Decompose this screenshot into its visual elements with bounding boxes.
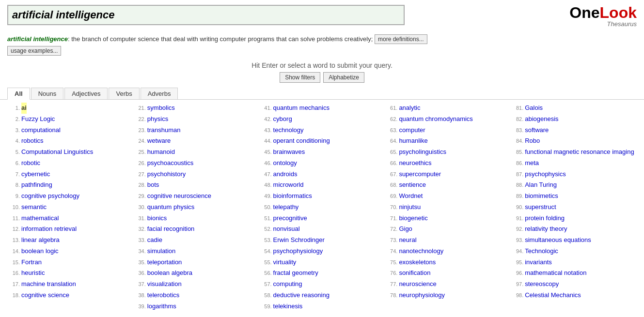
result-word[interactable]: robotic <box>21 158 40 169</box>
result-word[interactable]: neural <box>399 235 416 246</box>
result-word[interactable]: quantum mechanics <box>273 103 330 114</box>
result-word[interactable]: computational <box>21 125 61 136</box>
result-word[interactable]: exoskeletons <box>399 257 436 268</box>
result-word[interactable]: biogenetic <box>399 213 427 224</box>
result-word[interactable]: boolean algebra <box>147 268 192 279</box>
result-word[interactable]: neuroethics <box>399 158 431 169</box>
result-word[interactable]: fractal geometry <box>273 268 318 279</box>
result-word[interactable]: functional magnetic resonance imaging <box>525 147 634 158</box>
result-word[interactable]: bioinformatics <box>273 191 312 202</box>
result-word[interactable]: Galois <box>525 103 543 114</box>
result-word[interactable]: neuroscience <box>399 279 436 290</box>
result-word[interactable]: linear algebra <box>21 235 60 246</box>
alphabetize-button[interactable]: Alphabetize <box>323 72 364 83</box>
result-word[interactable]: precognitive <box>273 213 307 224</box>
result-word[interactable]: robotics <box>21 136 44 147</box>
result-word[interactable]: ai <box>21 103 27 114</box>
tab-adverbs[interactable]: Adverbs <box>141 88 178 99</box>
result-word[interactable]: computing <box>273 279 302 290</box>
result-word[interactable]: nanotechnology <box>399 246 443 257</box>
tab-all[interactable]: All <box>7 88 30 100</box>
result-word[interactable]: Alan Turing <box>525 180 557 191</box>
result-word[interactable]: mathematical <box>21 213 59 224</box>
result-word[interactable]: cognitive science <box>21 290 69 301</box>
result-word[interactable]: Wordnet <box>399 191 423 202</box>
result-word[interactable]: psycholinguistics <box>399 147 446 158</box>
result-word[interactable]: microworld <box>273 180 304 191</box>
result-word[interactable]: symbolics <box>147 103 175 114</box>
result-word[interactable]: psychohistory <box>147 169 186 180</box>
more-definitions-button[interactable]: more definitions... <box>375 34 427 44</box>
result-word[interactable]: boolean logic <box>21 246 59 257</box>
result-word[interactable]: simultaneous equations <box>525 235 591 246</box>
result-word[interactable]: transhuman <box>147 125 181 136</box>
result-word[interactable]: abiogenesis <box>525 114 558 125</box>
result-word[interactable]: wetware <box>147 136 171 147</box>
result-word[interactable]: bots <box>147 180 159 191</box>
result-word[interactable]: psychophysics <box>525 169 566 180</box>
result-word[interactable]: Robo <box>525 136 540 147</box>
result-word[interactable]: telerobotics <box>147 290 179 301</box>
result-word[interactable]: neurophysiology <box>399 290 445 301</box>
result-word[interactable]: teleportation <box>147 257 182 268</box>
show-filters-button[interactable]: Show filters <box>280 72 320 83</box>
result-word[interactable]: machine translation <box>21 279 76 290</box>
result-word[interactable]: biomimetics <box>525 191 558 202</box>
result-word[interactable]: bionics <box>147 213 167 224</box>
result-word[interactable]: stereoscopy <box>525 279 559 290</box>
result-word[interactable]: relativity theory <box>525 224 567 235</box>
result-word[interactable]: androids <box>273 169 298 180</box>
result-word[interactable]: Fuzzy Logic <box>21 114 55 125</box>
usage-examples-button[interactable]: usage examples... <box>7 46 61 56</box>
result-word[interactable]: telepathy <box>273 202 299 213</box>
result-word[interactable]: information retrieval <box>21 224 77 235</box>
result-word[interactable]: Erwin Schrodinger <box>273 235 325 246</box>
result-word[interactable]: heuristic <box>21 268 45 279</box>
result-word[interactable]: psychoacoustics <box>147 158 193 169</box>
result-word[interactable]: semantic <box>21 202 47 213</box>
result-word[interactable]: cognitive psychology <box>21 191 79 202</box>
result-word[interactable]: nonvisual <box>273 224 300 235</box>
result-word[interactable]: virtuality <box>273 257 297 268</box>
result-word[interactable]: computer <box>399 125 425 136</box>
result-word[interactable]: invariants <box>525 257 552 268</box>
result-word[interactable]: quantum physics <box>147 202 195 213</box>
result-word[interactable]: telekinesis <box>273 301 303 312</box>
result-word[interactable]: quantum chromodynamics <box>399 114 472 125</box>
result-word[interactable]: supercomputer <box>399 169 441 180</box>
result-word[interactable]: ontology <box>273 158 297 169</box>
result-word[interactable]: sonification <box>399 268 430 279</box>
result-word[interactable]: software <box>525 125 549 136</box>
result-word[interactable]: Fortran <box>21 257 42 268</box>
result-word[interactable]: facial recognition <box>147 224 195 235</box>
result-word[interactable]: humanoid <box>147 147 175 158</box>
result-word[interactable]: Computational Linguistics <box>21 147 93 158</box>
result-word[interactable]: protein folding <box>525 213 565 224</box>
result-word[interactable]: psychophysiology <box>273 246 323 257</box>
result-word[interactable]: mathematical notation <box>525 268 586 279</box>
result-word[interactable]: sentience <box>399 180 426 191</box>
tab-nouns[interactable]: Nouns <box>31 88 64 99</box>
result-word[interactable]: simulation <box>147 246 176 257</box>
result-word[interactable]: analytic <box>399 103 420 114</box>
result-word[interactable]: Gigo <box>399 224 412 235</box>
result-word[interactable]: ninjutsu <box>399 202 421 213</box>
result-word[interactable]: cyborg <box>273 114 292 125</box>
tab-verbs[interactable]: Verbs <box>109 88 139 99</box>
result-word[interactable]: Technologic <box>525 246 558 257</box>
result-word[interactable]: pathfinding <box>21 180 52 191</box>
result-word[interactable]: deductive reasoning <box>273 290 330 301</box>
result-word[interactable]: humanlike <box>399 136 427 147</box>
result-word[interactable]: meta <box>525 158 539 169</box>
result-word[interactable]: technology <box>273 125 304 136</box>
result-word[interactable]: superstruct <box>525 202 556 213</box>
result-word[interactable]: physics <box>147 114 168 125</box>
result-word[interactable]: cybernetic <box>21 169 50 180</box>
result-word[interactable]: Celestial Mechanics <box>525 290 581 301</box>
tab-adjectives[interactable]: Adjectives <box>64 88 108 99</box>
result-word[interactable]: cadie <box>147 235 162 246</box>
search-input[interactable] <box>7 5 405 25</box>
result-word[interactable]: cognitive neuroscience <box>147 191 211 202</box>
result-word[interactable]: brainwaves <box>273 147 305 158</box>
result-word[interactable]: logarithms <box>147 301 176 312</box>
